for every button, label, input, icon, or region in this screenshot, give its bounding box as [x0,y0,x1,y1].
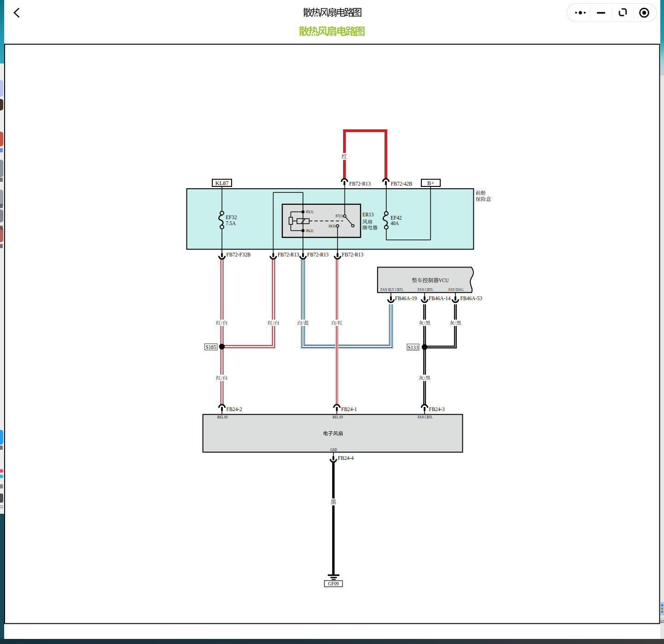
svg-text:/: / [455,320,456,325]
svg-text:GND: GND [330,448,337,452]
svg-text:40A: 40A [390,220,399,226]
svg-text:FB72-F32B: FB72-F32B [227,251,251,258]
svg-text:FB24-1: FB24-1 [341,406,357,412]
svg-text:30(3): 30(3) [328,224,336,228]
svg-text:FB24-3: FB24-3 [429,406,445,412]
svg-text:FB46A-53: FB46A-53 [460,295,483,302]
svg-text:/: / [221,375,222,381]
svg-text:B+: B+ [427,180,434,186]
svg-text:FB72-R13: FB72-R13 [342,251,363,258]
svg-text:FB72-R13: FB72-R13 [307,251,329,258]
svg-text:FB72-42B: FB72-42B [391,180,413,187]
svg-text:S133: S133 [408,344,419,351]
svg-text:86(2): 86(2) [306,228,314,233]
svg-text:/: / [273,320,274,325]
svg-text:10: 10 [660,619,664,624]
svg-text:S185: S185 [206,344,216,350]
svg-text:FB24-4: FB24-4 [338,455,354,461]
svg-text:FB72-R13: FB72-R13 [278,251,299,258]
svg-text:87(5): 87(5) [336,214,343,218]
svg-text:/: / [221,320,222,325]
svg-text:FAN RLY CRTL: FAN RLY CRTL [381,288,404,292]
svg-text:GF09: GF09 [328,580,339,587]
svg-text:/: / [424,375,425,381]
svg-text:7.5A: 7.5A [226,220,236,226]
svg-text:FB46A-19: FB46A-19 [395,295,417,302]
svg-text:KL87: KL87 [215,180,228,186]
svg-text:FB24-2: FB24-2 [227,406,242,412]
svg-text:85(1): 85(1) [306,209,314,214]
svg-text:/: / [336,320,338,325]
svg-text:FAN CRTL: FAN CRTL [418,415,433,419]
svg-text:VCU: VCU [439,277,449,284]
svg-text:FB46A-14: FB46A-14 [429,295,451,302]
svg-text:FAN DIAG: FAN DIAG [448,288,464,292]
svg-text:/: / [303,320,304,325]
svg-text:ER13: ER13 [362,211,374,218]
svg-text:RELAY: RELAY [217,415,228,419]
svg-text:FB72-R13: FB72-R13 [349,180,371,187]
svg-text:RELAY: RELAY [332,415,344,419]
svg-text:/: / [424,320,425,325]
svg-text:FAN CRTL: FAN CRTL [418,288,433,292]
